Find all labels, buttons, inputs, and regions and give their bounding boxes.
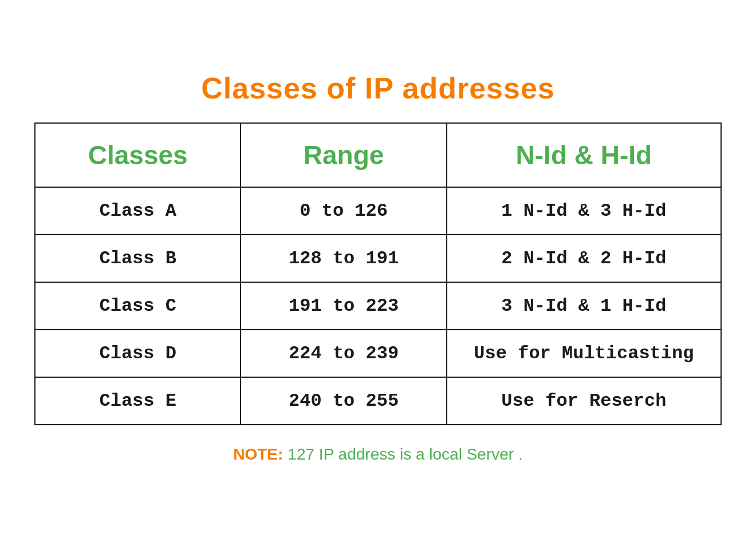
cell-nid-4: Use for Reserch [447, 377, 721, 425]
table-row: Class B128 to 1912 N-Id & 2 H-Id [35, 235, 721, 282]
table-row: Class D224 to 239Use for Multicasting [35, 330, 721, 377]
cell-class-4: Class E [35, 377, 241, 425]
table-row: Class E240 to 255Use for Reserch [35, 377, 721, 425]
cell-nid-0: 1 N-Id & 3 H-Id [447, 187, 721, 235]
header-range: Range [241, 123, 446, 187]
cell-range-2: 191 to 223 [241, 282, 446, 330]
page-wrapper: Classes of IP addresses Classes Range N-… [34, 71, 722, 464]
table-header-row: Classes Range N-Id & H-Id [35, 123, 721, 187]
page-title: Classes of IP addresses [201, 71, 555, 105]
cell-class-0: Class A [35, 187, 241, 235]
note-text: 127 IP address is a local Server . [288, 445, 522, 464]
cell-nid-2: 3 N-Id & 1 H-Id [447, 282, 721, 330]
table-row: Class C191 to 2233 N-Id & 1 H-Id [35, 282, 721, 330]
note-label: NOTE: [233, 445, 283, 464]
cell-class-3: Class D [35, 330, 241, 377]
cell-range-4: 240 to 255 [241, 377, 446, 425]
cell-range-1: 128 to 191 [241, 235, 446, 282]
header-nid: N-Id & H-Id [447, 123, 721, 187]
table-row: Class A0 to 1261 N-Id & 3 H-Id [35, 187, 721, 235]
note-row: NOTE: 127 IP address is a local Server . [233, 445, 522, 464]
cell-class-1: Class B [35, 235, 241, 282]
cell-class-2: Class C [35, 282, 241, 330]
cell-range-0: 0 to 126 [241, 187, 446, 235]
cell-range-3: 224 to 239 [241, 330, 446, 377]
cell-nid-1: 2 N-Id & 2 H-Id [447, 235, 721, 282]
cell-nid-3: Use for Multicasting [447, 330, 721, 377]
header-classes: Classes [35, 123, 241, 187]
ip-classes-table: Classes Range N-Id & H-Id Class A0 to 12… [34, 122, 722, 425]
